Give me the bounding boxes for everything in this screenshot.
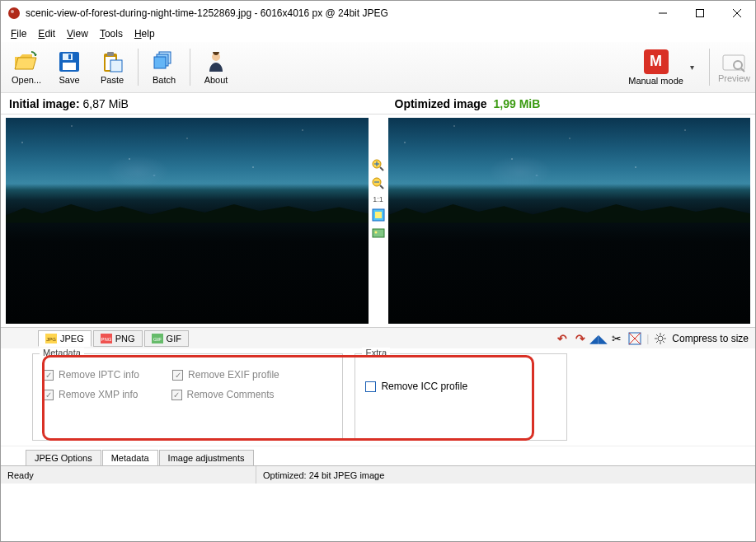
zoom-out-icon[interactable]: [372, 177, 385, 190]
svg-rect-13: [154, 57, 166, 68]
svg-rect-20: [375, 212, 382, 218]
remove-icc-checkbox[interactable]: Remove ICC profile: [365, 381, 467, 392]
svg-rect-4: [63, 54, 73, 60]
svg-rect-21: [373, 229, 384, 237]
jpeg-icon: JPG: [45, 334, 57, 343]
svg-point-0: [8, 7, 20, 19]
person-icon: [203, 50, 229, 73]
mode-dropdown-arrow[interactable]: ▾: [690, 63, 694, 72]
menu-file[interactable]: File: [6, 26, 31, 41]
open-button[interactable]: Open...: [6, 44, 47, 91]
window-title: scenic-view-of-forest-during-night-time-…: [26, 7, 644, 19]
optimized-label: Optimized image: [395, 97, 487, 110]
clipboard-icon: [99, 50, 125, 73]
separator: [138, 49, 139, 86]
svg-point-1: [11, 10, 14, 13]
initial-image-view[interactable]: [6, 118, 369, 324]
floppy-icon: [56, 50, 82, 73]
menu-help[interactable]: Help: [129, 26, 160, 41]
svg-text:JPG: JPG: [46, 337, 56, 342]
status-ready: Ready: [1, 466, 256, 484]
svg-text:PNG: PNG: [101, 337, 111, 342]
svg-rect-6: [68, 54, 71, 59]
svg-text:GIF: GIF: [153, 337, 162, 342]
remove-iptc-checkbox[interactable]: ✓Remove IPTC info: [43, 369, 139, 381]
menu-edit[interactable]: Edit: [33, 26, 60, 41]
zoom-ratio[interactable]: 1:1: [373, 195, 383, 203]
initial-value: 6,87 MiB: [83, 97, 129, 110]
paste-button[interactable]: Paste: [92, 44, 133, 91]
zoom-in-icon[interactable]: [372, 159, 385, 172]
svg-point-22: [374, 231, 377, 234]
extra-fieldset: Extra Remove ICC profile: [355, 353, 567, 441]
app-icon: [7, 7, 21, 20]
svg-rect-9: [107, 52, 114, 56]
format-tab-png[interactable]: PNG PNG: [93, 330, 143, 347]
initial-label: Initial image:: [9, 97, 80, 110]
folder-open-icon: [13, 50, 40, 73]
gif-icon: GIF: [152, 334, 163, 343]
resize-icon[interactable]: [628, 332, 641, 345]
stack-icon: [151, 50, 177, 73]
metadata-fieldset: Metadata ✓Remove IPTC info ✓Remove EXIF …: [32, 353, 343, 441]
status-optimized: Optimized: 24 bit JPEG image: [256, 466, 755, 484]
close-button[interactable]: [718, 1, 755, 26]
svg-point-16: [734, 61, 742, 69]
tab-jpeg-options[interactable]: JPEG Options: [26, 450, 101, 465]
redo-icon[interactable]: ↷: [574, 332, 587, 345]
optimized-image-view[interactable]: [388, 118, 751, 324]
magnifier-icon: [721, 52, 746, 73]
tab-metadata[interactable]: Metadata: [102, 450, 158, 465]
format-tab-gif[interactable]: GIF GIF: [144, 330, 189, 347]
actual-size-icon[interactable]: [372, 227, 385, 240]
metadata-legend: Metadata: [40, 348, 84, 357]
undo-icon[interactable]: ↶: [556, 332, 569, 345]
about-button[interactable]: About: [195, 44, 237, 91]
png-icon: PNG: [101, 334, 112, 343]
minimize-button[interactable]: [644, 1, 681, 26]
remove-comments-checkbox[interactable]: ✓Remove Comments: [171, 389, 275, 400]
crop-icon[interactable]: ✂: [610, 332, 623, 345]
save-button[interactable]: Save: [49, 44, 90, 91]
maximize-button[interactable]: [681, 1, 718, 26]
menu-view[interactable]: View: [62, 26, 93, 41]
batch-button[interactable]: Batch: [143, 44, 185, 91]
manual-mode-icon: M: [644, 49, 669, 74]
optimized-value: 1,99 MiB: [494, 97, 541, 110]
separator: [190, 49, 190, 86]
gear-icon[interactable]: [654, 332, 667, 345]
remove-exif-checkbox[interactable]: ✓Remove EXIF profile: [172, 369, 279, 381]
flip-h-icon[interactable]: ◢◣: [592, 332, 605, 345]
svg-point-30: [658, 336, 663, 341]
svg-rect-2: [696, 10, 703, 17]
separator: [709, 49, 710, 86]
format-tab-jpeg[interactable]: JPG JPEG: [38, 330, 92, 347]
mode-button[interactable]: M Manual mode: [628, 49, 683, 86]
extra-legend: Extra: [362, 348, 390, 357]
svg-rect-5: [63, 63, 76, 70]
svg-rect-10: [110, 60, 122, 72]
fit-window-icon[interactable]: [372, 208, 385, 222]
preview-button[interactable]: Preview: [718, 52, 750, 83]
remove-xmp-checkbox[interactable]: ✓Remove XMP info: [43, 389, 139, 400]
tab-image-adjustments[interactable]: Image adjustments: [159, 450, 254, 465]
compress-to-size[interactable]: Compress to size: [672, 333, 749, 344]
menu-tools[interactable]: Tools: [95, 26, 128, 41]
